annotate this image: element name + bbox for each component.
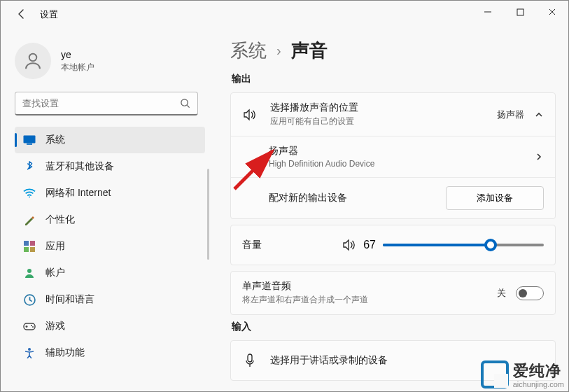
nav-item-system[interactable]: 系统 xyxy=(15,127,205,153)
volume-icon[interactable] xyxy=(342,239,356,251)
mono-title: 单声道音频 xyxy=(242,280,497,293)
personalize-icon xyxy=(23,214,36,226)
profile-block[interactable]: ye 本地帐户 xyxy=(15,43,205,79)
gaming-icon xyxy=(23,320,36,332)
svg-point-1 xyxy=(29,54,37,62)
wifi-icon xyxy=(23,187,36,200)
profile-name: ye xyxy=(61,49,94,60)
svg-point-14 xyxy=(32,326,34,328)
volume-row: 音量 67 xyxy=(231,225,555,265)
volume-value: 67 xyxy=(363,239,376,251)
nav-item-apps[interactable]: 应用 xyxy=(15,233,205,260)
svg-point-2 xyxy=(181,99,188,106)
volume-title: 音量 xyxy=(242,239,284,251)
choose-output-title: 选择播放声音的位置 xyxy=(270,102,497,114)
input-section-header: 输入 xyxy=(232,321,556,333)
pair-new-row: 配对新的输出设备 添加设备 xyxy=(231,177,555,218)
svg-rect-4 xyxy=(27,144,32,145)
nav-item-personalize[interactable]: 个性化 xyxy=(15,206,205,233)
nav-label: 个性化 xyxy=(45,214,75,226)
sound-icon xyxy=(242,108,258,121)
choose-output-value: 扬声器 xyxy=(497,108,524,121)
nav-item-accessibility[interactable]: 辅助功能 xyxy=(15,340,205,366)
svg-rect-16 xyxy=(248,354,252,362)
accessibility-icon xyxy=(23,346,36,359)
chevron-up-icon xyxy=(534,110,544,120)
breadcrumb-root[interactable]: 系统 xyxy=(230,38,267,63)
breadcrumb-separator: › xyxy=(276,43,281,59)
mono-state-label: 关 xyxy=(497,287,506,300)
nav-item-time-language[interactable]: 时间和语言 xyxy=(15,286,205,313)
nav-label: 蓝牙和其他设备 xyxy=(45,160,114,173)
nav-label: 时间和语言 xyxy=(45,293,94,306)
accounts-icon xyxy=(23,267,36,279)
nav-item-network[interactable]: 网络和 Internet xyxy=(15,180,205,206)
sidebar-scrollbar[interactable] xyxy=(207,169,209,260)
nav-label: 辅助功能 xyxy=(45,346,85,359)
watermark-domain: aichunjing.com xyxy=(513,380,564,388)
svg-rect-6 xyxy=(24,241,29,246)
watermark-logo xyxy=(481,360,509,388)
search-box[interactable] xyxy=(15,92,198,115)
nav-item-bluetooth[interactable]: 蓝牙和其他设备 xyxy=(15,153,205,180)
profile-account-type: 本地帐户 xyxy=(61,62,94,74)
close-button[interactable] xyxy=(536,1,568,23)
svg-rect-3 xyxy=(24,136,36,144)
nav-label: 游戏 xyxy=(45,320,65,332)
svg-rect-7 xyxy=(30,241,35,246)
svg-rect-8 xyxy=(24,247,29,252)
mono-subtitle: 将左声道和右声道合并成一个声道 xyxy=(242,294,497,306)
add-device-button[interactable]: 添加设备 xyxy=(446,186,544,210)
back-button[interactable] xyxy=(16,8,29,21)
apps-icon xyxy=(23,240,36,253)
nav-label: 系统 xyxy=(45,134,65,146)
chevron-right-icon xyxy=(534,152,544,162)
window-title: 设置 xyxy=(40,8,58,21)
svg-point-13 xyxy=(31,325,32,326)
avatar xyxy=(15,43,51,79)
mic-icon xyxy=(242,354,258,368)
nav-label: 帐户 xyxy=(45,267,65,279)
svg-point-10 xyxy=(27,269,31,273)
time-icon xyxy=(23,293,36,306)
svg-point-15 xyxy=(28,348,31,351)
output-section-header: 输出 xyxy=(232,73,556,85)
mono-audio-row: 单声道音频 将左声道和右声道合并成一个声道 关 xyxy=(231,272,555,314)
svg-point-5 xyxy=(29,197,30,198)
maximize-button[interactable] xyxy=(504,1,536,23)
nav-item-accounts[interactable]: 帐户 xyxy=(15,260,205,286)
minimize-button[interactable] xyxy=(472,1,504,23)
speaker-title: 扬声器 xyxy=(269,145,534,158)
bluetooth-icon xyxy=(23,160,36,173)
choose-output-row[interactable]: 选择播放声音的位置 应用可能有自己的设置 扬声器 xyxy=(231,93,555,136)
search-input[interactable] xyxy=(22,98,180,108)
nav-list: 系统 蓝牙和其他设备 网络和 Internet 个性化 应用 xyxy=(15,127,205,366)
svg-rect-9 xyxy=(30,247,35,252)
breadcrumb-current: 声音 xyxy=(291,38,328,63)
volume-slider[interactable] xyxy=(383,244,544,246)
speaker-row[interactable]: 扬声器 High Definition Audio Device xyxy=(231,136,555,177)
watermark-brand: 爱纯净 xyxy=(513,360,564,382)
search-icon xyxy=(180,98,190,108)
nav-item-gaming[interactable]: 游戏 xyxy=(15,313,205,340)
choose-output-subtitle: 应用可能有自己的设置 xyxy=(270,115,497,127)
system-icon xyxy=(23,134,36,146)
pair-new-title: 配对新的输出设备 xyxy=(269,192,446,204)
breadcrumb: 系统 › 声音 xyxy=(230,38,556,63)
nav-label: 网络和 Internet xyxy=(45,187,111,200)
watermark: 爱纯净 aichunjing.com xyxy=(481,360,564,388)
speaker-subtitle: High Definition Audio Device xyxy=(269,159,534,169)
mono-toggle[interactable] xyxy=(516,286,544,300)
nav-label: 应用 xyxy=(45,240,65,253)
svg-rect-0 xyxy=(517,9,524,15)
